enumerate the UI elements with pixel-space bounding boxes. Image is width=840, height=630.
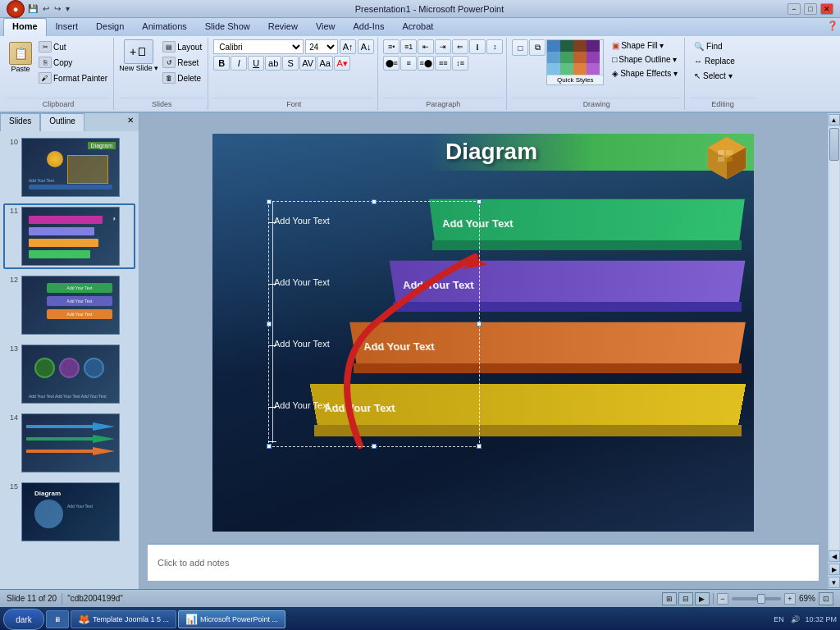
align-center-btn[interactable]: ≡ (400, 56, 417, 71)
shadow-btn[interactable]: S (282, 56, 299, 71)
minimize-btn[interactable]: − (788, 3, 801, 15)
slide-canvas[interactable]: Diagram (212, 134, 754, 532)
maximize-btn[interactable]: □ (804, 3, 817, 15)
step-bar-3[interactable]: Add Your Text (349, 322, 746, 368)
save-quick-btn[interactable]: 💾 (26, 3, 39, 14)
qs-swatch-7[interactable] (573, 52, 587, 63)
next-slide-btn[interactable]: ▶ (829, 564, 840, 575)
close-btn[interactable]: ✕ (820, 3, 833, 15)
qs-swatch-2[interactable] (560, 40, 573, 52)
scroll-thumb[interactable] (829, 128, 839, 161)
slide-sorter-btn[interactable]: ⊟ (678, 592, 693, 605)
shrink-font-btn[interactable]: A↓ (358, 39, 374, 54)
tab-review[interactable]: Review (259, 18, 307, 36)
tab-acrobat[interactable]: Acrobat (393, 18, 442, 36)
zoom-thumb[interactable] (757, 594, 765, 604)
scroll-up-btn[interactable]: ▲ (829, 114, 840, 126)
format-painter-button[interactable]: 🖌 Format Painter (36, 71, 110, 85)
qs-swatch-12[interactable] (587, 63, 600, 75)
underline-btn[interactable]: U (248, 56, 264, 71)
select-button[interactable]: ↖ Select ▾ (690, 69, 756, 83)
cols-btn[interactable]: ⫿ (469, 39, 486, 54)
slide-thumb-10[interactable]: 10 Diagram Add Your Text (3, 135, 135, 200)
slide-thumb-11[interactable]: 11 ◗ (3, 203, 135, 269)
shape-fill-button[interactable]: ▣ Shape Fill ▾ (609, 39, 681, 52)
rtl-btn[interactable]: ⇐ (452, 39, 468, 54)
qs-swatch-10[interactable] (560, 63, 573, 75)
tab-addins[interactable]: Add-Ins (345, 18, 394, 36)
office-button[interactable]: ● (7, 0, 25, 18)
firefox-taskbar-btn[interactable]: 🦊 Template Joomla 1 5 ... (71, 610, 176, 628)
tab-design[interactable]: Design (87, 18, 133, 36)
step-bar-1[interactable]: Add Your Text (429, 199, 745, 245)
new-slide-button[interactable]: +🗌 New Slide ▾ (119, 39, 158, 72)
find-button[interactable]: 🔍 Find (690, 39, 756, 53)
align-right-btn[interactable]: ≡⬤ (418, 56, 434, 71)
spacing-btn[interactable]: AV (299, 56, 316, 71)
zoom-out-btn[interactable]: − (717, 593, 728, 605)
taskbar-network-icon[interactable]: 🔊 (788, 613, 801, 626)
numbering-btn[interactable]: ≡1 (400, 39, 417, 54)
font-family-select[interactable]: Calibri (213, 39, 304, 54)
slides-panel-close[interactable]: ✕ (122, 113, 139, 131)
italic-btn[interactable]: I (231, 56, 247, 71)
bullets-btn[interactable]: ≡• (383, 39, 399, 54)
replace-button[interactable]: ↔ Replace (690, 54, 756, 68)
prev-slide-btn[interactable]: ◀ (829, 550, 840, 562)
ribbon-help-icon[interactable]: ❓ (827, 21, 840, 34)
slide-thumb-15[interactable]: 15 Diagram Add Your Text (3, 479, 135, 545)
slideshow-btn[interactable]: ▶ (695, 592, 710, 605)
text-dir-btn[interactable]: ↕ (486, 39, 503, 54)
undo-quick-btn[interactable]: ↩ (41, 3, 51, 14)
slide-area[interactable]: Diagram (139, 113, 827, 589)
redo-quick-btn[interactable]: ↪ (52, 3, 62, 14)
tab-animations[interactable]: Animations (133, 18, 195, 36)
customize-quick-btn[interactable]: ▾ (64, 3, 71, 14)
normal-view-btn[interactable]: ⊞ (662, 592, 677, 605)
shape-effects-button[interactable]: ◈ Shape Effects ▾ (609, 67, 681, 80)
zoom-in-btn[interactable]: + (784, 593, 796, 605)
layout-button[interactable]: ▤ Layout (160, 39, 204, 54)
case-btn[interactable]: Aa (317, 56, 333, 71)
scroll-down-btn[interactable]: ▼ (829, 577, 840, 588)
qs-swatch-11[interactable] (573, 63, 587, 75)
tab-view[interactable]: View (307, 18, 345, 36)
qs-swatch-3[interactable] (573, 40, 587, 52)
tab-home[interactable]: Home (3, 18, 47, 36)
zoom-slider[interactable] (732, 597, 781, 600)
qs-swatch-5[interactable] (547, 52, 560, 63)
tab-outline[interactable]: Outline (40, 113, 84, 131)
fit-slide-btn[interactable]: ⊡ (819, 592, 833, 605)
line-spacing-btn[interactable]: ↕≡ (452, 56, 468, 71)
qs-swatch-4[interactable] (587, 40, 600, 52)
start-button[interactable]: dark (3, 609, 44, 630)
powerpoint-taskbar-btn[interactable]: 📊 Microsoft PowerPoint ... (178, 610, 285, 628)
slide-thumb-13[interactable]: 13 Add Your Text Add Your Text Add Your … (3, 341, 135, 407)
show-desktop-btn[interactable]: 🖥 (46, 610, 69, 628)
copy-button[interactable]: ⎘ Copy (36, 55, 110, 70)
step-bar-2[interactable]: Add Your Text (390, 260, 746, 307)
increase-indent-btn[interactable]: ⇥ (435, 39, 451, 54)
justify-btn[interactable]: ≡≡ (435, 56, 451, 71)
shape-outline-button[interactable]: □ Shape Outline ▾ (609, 53, 681, 66)
tab-insert[interactable]: Insert (47, 18, 88, 36)
bold-btn[interactable]: B (213, 56, 230, 71)
reset-button[interactable]: ↺ Reset (160, 55, 204, 70)
notes-bar[interactable]: Click to add notes (148, 543, 819, 581)
qs-swatch-6[interactable] (560, 52, 573, 63)
strikethrough-btn[interactable]: ab (265, 56, 281, 71)
qs-swatch-8[interactable] (587, 52, 600, 63)
step-bar-4[interactable]: Add Your Text (310, 383, 746, 430)
arrange-button[interactable]: ⧉ (529, 39, 546, 56)
decrease-indent-btn[interactable]: ⇤ (418, 39, 434, 54)
slide-thumb-12[interactable]: 12 Diagram Add Your Text Add Your Text A… (3, 272, 135, 338)
tab-slides[interactable]: Slides (0, 113, 40, 131)
tab-slideshow[interactable]: Slide Show (196, 18, 259, 36)
grow-font-btn[interactable]: A↑ (340, 39, 356, 54)
qs-swatch-9[interactable] (547, 63, 560, 75)
font-color-btn[interactable]: A▾ (334, 56, 350, 71)
cut-button[interactable]: ✂ Cut (36, 39, 110, 54)
shapes-button[interactable]: □ (512, 39, 528, 56)
qs-swatch-1[interactable] (547, 40, 560, 52)
delete-button[interactable]: 🗑 Delete (160, 71, 204, 85)
